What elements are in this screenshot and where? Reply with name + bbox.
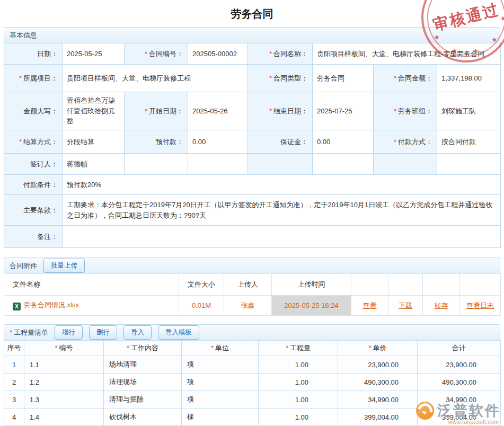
col-header-action (351, 274, 388, 296)
col-header-unit-price: *单价 (338, 341, 418, 356)
attachments-title: 合同附件 (10, 261, 37, 271)
download-link[interactable]: 下载 (388, 301, 422, 310)
boq-title: *工程量清单 (10, 328, 48, 338)
required-mark: * (286, 344, 288, 352)
unit-cell: 项 (182, 356, 259, 374)
contract-amount-label: *合同金额： (374, 65, 437, 92)
unit-cell: 项 (182, 374, 259, 391)
col-header-total: 合计 (418, 341, 501, 356)
project-value: 贵阳项目样板间、大堂、电梯厅装修工程 (63, 65, 248, 92)
required-mark: * (19, 138, 22, 146)
required-mark: * (55, 344, 57, 352)
required-mark: * (269, 50, 272, 58)
payment-terms-value: 预付款20% (63, 175, 501, 195)
contract-no-label: *合同编号： (125, 43, 188, 65)
view-log-link-cell: 查看日志 (460, 296, 501, 316)
payment-method-label: *付款方式： (374, 130, 437, 154)
work-content-cell: 清理与掘除 (104, 391, 182, 409)
col-header-action (388, 274, 423, 296)
attachment-upload-time: 2025-05-25 16:24 (272, 296, 351, 316)
payment-method-value: 按合同付款 (437, 130, 501, 154)
quantity-cell: 1.00 (259, 409, 338, 426)
view-log-link[interactable]: 查看日志 (460, 301, 500, 310)
settlement-label: *结算方式： (4, 130, 63, 154)
contract-no-value: 202505-00002 (188, 43, 248, 65)
basic-info-header: 基本信息 (4, 27, 500, 43)
import-template-button[interactable]: 导入模板 (158, 325, 199, 340)
code-cell: 1.4 (24, 409, 104, 426)
required-mark: * (368, 344, 371, 352)
date-value: 2025-05-25 (63, 43, 125, 65)
required-mark: * (211, 344, 214, 352)
brand-url: www.fanpusoft.com (416, 419, 501, 425)
attachments-table: 文件名称 文件大小 上传人 上传时间 X劳务合同情况.xlsx 0.01M 张鑫… (4, 273, 501, 316)
col-header-action (423, 274, 460, 296)
deposit-value: 0.00 (313, 130, 374, 154)
end-date-label: *结束日期： (248, 92, 313, 130)
advance-label: 预付款： (125, 130, 188, 154)
attachment-file-size: 0.01M (179, 296, 224, 316)
remark-value (63, 226, 501, 248)
code-cell: 1.2 (24, 374, 104, 391)
total-cell: 23,900.00 (418, 356, 501, 374)
add-row-button[interactable]: 增行 (55, 325, 83, 340)
start-date-value: 2025-05-26 (188, 92, 248, 130)
view-link-cell: 查看 (351, 296, 388, 316)
work-content-cell: 砍伐树木 (104, 409, 182, 426)
payment-terms-label: 付款条件： (4, 175, 63, 195)
delete-row-button[interactable]: 删行 (89, 325, 117, 340)
import-button[interactable]: 导入 (123, 325, 152, 340)
empty-label-cell (374, 154, 437, 175)
seq-cell: 3 (4, 391, 24, 409)
empty-cell (188, 154, 248, 175)
settlement-value: 分段结算 (63, 130, 125, 154)
quantity-cell: 1.00 (259, 391, 338, 409)
transfer-link[interactable]: 转存 (423, 301, 459, 310)
brand-watermark: 泛普软件 www.fanpusoft.com (416, 401, 501, 425)
quantity-cell: 1.00 (259, 356, 338, 374)
contract-amount-value: 1,337,198.00 (437, 65, 501, 92)
brand-name: 泛普软件 (437, 401, 501, 420)
col-header-action (460, 274, 501, 296)
required-mark: * (269, 74, 272, 82)
remark-label: 备注： (4, 226, 63, 248)
view-link[interactable]: 查看 (351, 301, 388, 310)
work-content-cell: 清理现场 (104, 374, 182, 391)
basic-info-section: 基本信息 日期： 2025-05-25 *合同编号： 202505-00002 … (4, 27, 500, 248)
required-mark: * (394, 138, 396, 146)
col-header-file-name: 文件名称 (4, 274, 179, 296)
boq-header: *工程量清单 增行 删行 导入 导入模板 (4, 324, 500, 341)
empty-cell (125, 154, 188, 175)
deposit-label: 保证金： (248, 130, 313, 154)
batch-upload-button[interactable]: 批量上传 (43, 259, 85, 273)
work-content-cell: 场地清理 (104, 356, 182, 374)
seq-cell: 2 (4, 374, 24, 391)
unit-price-cell: 490,300.00 (338, 374, 418, 391)
seq-cell: 4 (4, 409, 24, 426)
empty-cell (437, 154, 501, 175)
labor-team-label: *劳务班组： (374, 92, 437, 130)
labor-team-value: 刘琛施工队 (437, 92, 501, 130)
attachments-header: 合同附件 批量上传 (4, 258, 500, 274)
unit-price-cell: 34,990.00 (338, 391, 418, 409)
required-mark: * (127, 344, 129, 352)
contract-name-label: *合同名称： (248, 43, 313, 65)
required-mark: * (269, 107, 272, 115)
unit-price-cell: 399,004.00 (338, 409, 418, 426)
end-date-value: 2025-07-25 (313, 92, 374, 130)
boq-row[interactable]: 2 1.2 清理现场 项 1.00 490,300.00 490,300.00 (4, 374, 501, 391)
code-cell: 1.3 (24, 391, 104, 409)
advance-value: 0.00 (188, 130, 248, 154)
seq-cell: 1 (4, 356, 24, 374)
project-label: *所属项目： (4, 65, 63, 92)
unit-price-cell: 23,900.00 (338, 356, 418, 374)
boq-row[interactable]: 1 1.1 场地清理 项 1.00 23,900.00 23,900.00 (4, 356, 501, 374)
required-mark: * (145, 50, 147, 58)
unit-cell: 棵 (182, 409, 259, 426)
attachment-file-name[interactable]: X劳务合同情况.xlsx (4, 296, 179, 316)
col-header-work-content: *工作内容 (104, 341, 182, 356)
required-mark: * (10, 329, 12, 336)
attachments-section: 合同附件 批量上传 文件名称 文件大小 上传人 上传时间 X劳务合同情况.xls… (4, 258, 500, 316)
amount-words-value: 壹佰叁拾叁万柒仟壹佰玖拾捌元整 (63, 92, 125, 130)
col-header-unit: *单位 (182, 341, 259, 356)
